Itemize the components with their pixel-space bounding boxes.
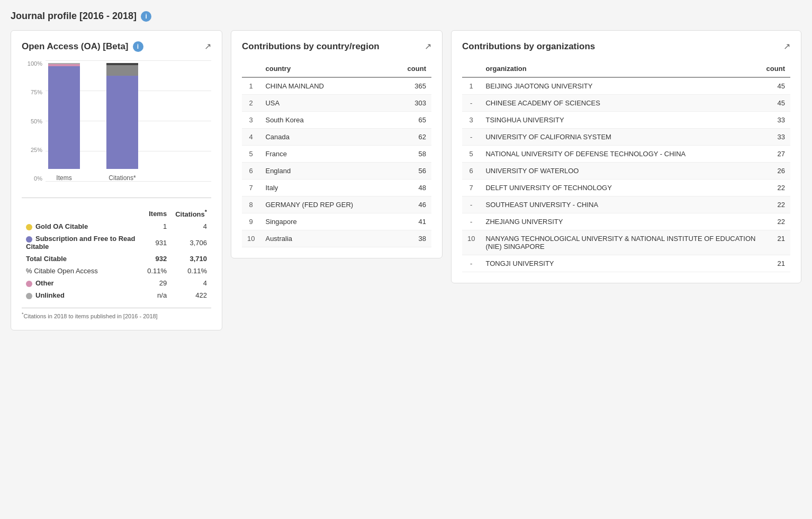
org-rank: 1 [462,77,480,95]
org-row: 5 NATIONAL UNIVERSITY OF DEFENSE TECHNOL… [462,146,790,163]
country-row: 10 Australia 38 [242,230,431,247]
country-row: 1 CHINA MAINLAND 365 [242,77,431,95]
country-row: 9 Singapore 41 [242,213,431,230]
country-count: 62 [392,129,431,146]
country-row: 4 Canada 62 [242,129,431,146]
info-icon[interactable]: i [141,11,151,22]
items-segment-sub [48,66,80,169]
org-rank-col [462,60,480,77]
org-row: - SOUTHEAST UNIVERSITY - CHINA 22 [462,196,790,213]
country-count: 38 [392,230,431,247]
org-row: - UNIVERSITY OF CALIFORNIA SYSTEM 33 [462,129,790,146]
org-count: 22 [761,196,790,213]
country-count: 41 [392,213,431,230]
stats-col-label [22,207,143,220]
country-row: 6 England 56 [242,163,431,180]
country-rank: 8 [242,196,260,213]
org-row: - CHINESE ACADEMY OF SCIENCES 45 [462,95,790,112]
country-rank: 6 [242,163,260,180]
country-count: 48 [392,180,431,196]
country-row: 8 GERMANY (FED REP GER) 46 [242,196,431,213]
country-rank: 7 [242,180,260,196]
country-name: England [260,163,392,180]
org-count: 21 [761,255,790,272]
org-rank: 5 [462,146,480,163]
org-name: CHINESE ACADEMY OF SCIENCES [480,95,761,112]
country-panel-header: Contributions by country/region ↗ [242,41,431,52]
stats-row-pct: % Citable Open Access 0.11% 0.11% [22,265,211,277]
org-count: 33 [761,129,790,146]
org-count: 21 [761,230,790,255]
items-bar-label: Items [56,174,71,182]
page-header: Journal profile [2016 - 2018] i [11,11,801,22]
country-name: South Korea [260,112,392,129]
org-count: 45 [761,95,790,112]
org-name: DELFT UNIVERSITY OF TECHNOLOGY [480,180,761,196]
org-row: 3 TSINGHUA UNIVERSITY 33 [462,112,790,129]
org-count: 26 [761,163,790,180]
bar-items: Items [48,63,80,182]
country-rank: 9 [242,213,260,230]
oa-chart: 100% 75% 50% 25% 0% Items [22,60,211,198]
oa-panel-title: Open Access (OA) [Beta] i [22,41,143,52]
stats-row-gold: Gold OA Citable 1 4 [22,220,211,232]
chart-bars: Items Citations* [48,66,201,182]
org-name: NATIONAL UNIVERSITY OF DEFENSE TECHNOLOG… [480,146,761,163]
org-count: 45 [761,77,790,95]
org-table-header: organization count [462,60,790,77]
org-rank: 6 [462,163,480,180]
country-count: 303 [392,95,431,112]
org-rank: - [462,95,480,112]
country-count: 58 [392,146,431,163]
citations-segment-sub [106,76,138,169]
org-rank: - [462,255,480,272]
org-row: 10 NANYANG TECHNOLOGICAL UNIVERSITY & NA… [462,230,790,255]
org-count: 22 [761,180,790,196]
country-rank: 2 [242,95,260,112]
country-rank: 1 [242,77,260,95]
stats-col-citations: Citations* [171,207,211,220]
citations-bar-label: Citations* [109,174,136,182]
country-panel-title: Contributions by country/region [242,41,380,52]
stats-row-unlinked: Unlinked n/a 422 [22,289,211,301]
org-name: SOUTHEAST UNIVERSITY - CHINA [480,196,761,213]
country-name: Canada [260,129,392,146]
oa-info-icon[interactable]: i [133,41,143,52]
org-expand-icon[interactable]: ↗ [783,41,790,51]
org-name: BEIJING JIAOTONG UNIVERSITY [480,77,761,95]
org-name: TSINGHUA UNIVERSITY [480,112,761,129]
citations-segment-gray [106,65,138,76]
country-row: 5 France 58 [242,146,431,163]
stats-row-sub: Subscription and Free to Read Citable 93… [22,232,211,253]
oa-panel-header: Open Access (OA) [Beta] i ↗ [22,41,211,52]
country-table-header: country count [242,60,431,77]
org-count-col: count [761,60,790,77]
country-name: CHINA MAINLAND [260,77,392,95]
stats-row-total: Total Citable 932 3,710 [22,253,211,265]
stats-col-items: Items [143,207,171,220]
country-rank-col [242,60,260,77]
org-panel: Contributions by organizations ↗ organiz… [451,30,801,283]
country-name: Singapore [260,213,392,230]
org-panel-header: Contributions by organizations ↗ [462,41,790,52]
stats-row-other: Other 29 4 [22,277,211,289]
country-count-col: count [392,60,431,77]
country-table: country count 1 CHINA MAINLAND 365 2 USA… [242,60,431,247]
country-rank: 3 [242,112,260,129]
bar-citations: Citations* [106,63,138,182]
org-row: 1 BEIJING JIAOTONG UNIVERSITY 45 [462,77,790,95]
country-panel: Contributions by country/region ↗ countr… [231,30,443,258]
org-name: NANYANG TECHNOLOGICAL UNIVERSITY & NATIO… [480,230,761,255]
org-name: ZHEJIANG UNIVERSITY [480,213,761,230]
org-rank: - [462,129,480,146]
oa-expand-icon[interactable]: ↗ [204,41,211,51]
org-count: 22 [761,213,790,230]
oa-stats-table: Items Citations* Gold OA Citable 1 4 Sub… [22,207,211,301]
country-name-col: country [260,60,392,77]
org-row: 7 DELFT UNIVERSITY OF TECHNOLOGY 22 [462,180,790,196]
oa-footnote: *Citations in 2018 to items published in… [22,308,211,319]
org-name: TONGJI UNIVERSITY [480,255,761,272]
org-table: organization count 1 BEIJING JIAOTONG UN… [462,60,790,272]
country-expand-icon[interactable]: ↗ [425,41,431,51]
page-title: Journal profile [2016 - 2018] [11,11,137,22]
